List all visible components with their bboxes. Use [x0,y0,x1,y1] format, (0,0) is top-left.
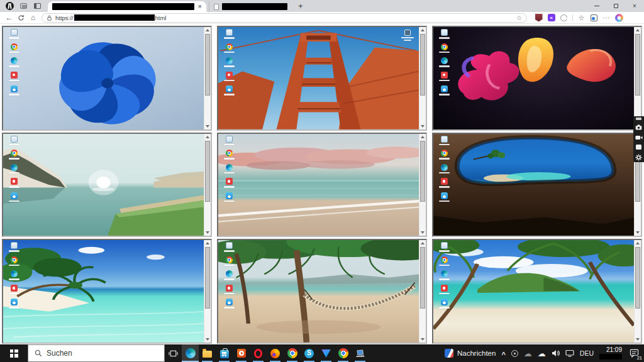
chrome-icon[interactable] [221,256,237,266]
tray-app-icon[interactable] [511,350,518,357]
workspaces-button[interactable] [18,1,29,11]
recycle-bin-icon[interactable] [221,242,237,252]
blue-cloud-app-icon[interactable] [221,85,237,96]
copilot-button[interactable] [615,14,623,22]
new-tab-button[interactable]: + [298,1,303,11]
recycle-bin-icon[interactable] [6,136,22,146]
tab-1-active[interactable]: × [48,1,206,12]
refresh-button[interactable] [15,13,27,23]
edge-icon[interactable] [436,57,452,67]
close-tab-icon[interactable]: × [198,3,202,10]
red-media-app-icon[interactable] [6,285,22,295]
scroll-down-icon[interactable] [204,336,211,343]
chrome-icon[interactable] [6,43,22,53]
browser-menu-button[interactable]: ··· [602,14,611,22]
start-button[interactable] [0,344,28,362]
close-window-button[interactable]: × [625,0,644,12]
scrollbar-thumb[interactable] [420,247,425,309]
scroll-up-icon[interactable] [635,240,641,246]
blue-cloud-app-icon[interactable] [6,85,22,96]
remote-desktop-cell-2[interactable] [217,26,427,131]
adblock-extension-button[interactable] [535,14,543,22]
scrollbar[interactable] [204,134,211,236]
scrollbar[interactable] [419,134,426,236]
sidebar-button[interactable] [590,14,598,22]
taskbar-app-chrome[interactable] [284,344,301,362]
onedrive-icon[interactable]: ☁ [538,349,546,358]
red-media-app-icon[interactable] [221,285,237,295]
scrollbar[interactable] [419,240,426,343]
back-button[interactable]: ← [3,13,15,23]
news-and-interests[interactable]: Nachrichten [445,349,496,358]
keyboard-language[interactable]: DEU [580,349,594,357]
taskbar-app-file-explorer[interactable] [199,344,216,362]
taskbar-app-laptop[interactable] [352,344,369,362]
scroll-up-icon[interactable] [419,134,426,140]
gear-icon[interactable] [635,154,642,161]
chrome-icon[interactable] [436,43,452,53]
recycle-bin-icon[interactable] [221,29,237,39]
scroll-down-icon[interactable] [635,336,641,343]
scrollbar-thumb[interactable] [635,247,640,309]
remote-desktop-cell-5[interactable] [217,133,427,238]
tray-overflow-chevron[interactable]: ^ [501,351,505,358]
display-connect-icon[interactable] [565,349,574,357]
edge-icon[interactable] [221,164,237,174]
tab-2[interactable] [209,1,292,12]
chrome-icon[interactable] [6,150,22,160]
scrollbar-thumb[interactable] [205,141,210,202]
red-media-app-icon[interactable] [221,72,237,82]
blue-cloud-app-icon[interactable] [436,192,452,202]
scroll-up-icon[interactable] [204,134,211,140]
scrollbar[interactable] [419,27,426,129]
blue-cloud-app-icon[interactable] [221,299,237,309]
recycle-bin-icon[interactable] [436,136,452,146]
edge-icon[interactable] [6,57,22,67]
scrollbar[interactable] [634,27,641,129]
taskbar-app-triangle[interactable] [318,344,335,362]
browser-logo[interactable] [4,1,15,11]
taskbar-app-skype[interactable]: S [301,344,318,362]
recycle-bin-icon[interactable] [436,29,452,39]
scrollbar-thumb[interactable] [635,34,640,96]
chrome-icon[interactable] [221,43,237,53]
remote-desktop-cell-1[interactable] [2,26,212,131]
address-bar[interactable]: https:// html ☆ [42,13,527,23]
scroll-down-icon[interactable] [635,229,641,236]
task-view-button[interactable] [165,344,182,362]
scrollbar[interactable] [634,240,641,343]
taskbar-app-chrome-2[interactable] [335,344,352,362]
scroll-up-icon[interactable] [419,240,426,246]
scrollbar-thumb[interactable] [420,34,425,96]
scrollbar[interactable] [204,240,211,343]
taskbar-clock[interactable]: 21:09 [599,347,622,359]
volume-icon[interactable] [552,349,560,357]
red-media-app-icon[interactable] [6,72,22,82]
blue-cloud-app-icon[interactable] [436,85,452,96]
edge-icon[interactable] [436,270,452,280]
chrome-icon[interactable] [6,256,22,266]
edge-icon[interactable] [221,57,237,67]
taskbar-app-media-player[interactable] [233,344,250,362]
recycle-bin-icon[interactable] [6,242,22,252]
maximize-button[interactable] [606,0,625,12]
scroll-up-icon[interactable] [204,27,211,33]
red-media-app-icon[interactable] [436,178,452,188]
scroll-down-icon[interactable] [419,123,426,129]
vertical-tabs-button[interactable] [31,1,43,11]
gray-extension-button[interactable] [560,14,568,22]
record-frame-icon[interactable] [636,145,641,150]
remote-desktop-cell-7[interactable] [2,239,212,344]
taskbar-app-store[interactable] [216,344,233,362]
edge-icon[interactable] [6,270,22,280]
recycle-bin-icon[interactable] [221,136,237,146]
edge-icon[interactable] [6,164,22,174]
blue-cloud-app-icon[interactable] [221,192,237,202]
recycle-bin-icon[interactable] [6,29,22,39]
scroll-up-icon[interactable] [419,27,426,33]
chrome-icon[interactable] [436,150,452,160]
chrome-icon[interactable] [436,256,452,266]
red-media-app-icon[interactable] [6,178,22,188]
chrome-icon[interactable] [221,150,237,160]
scrollbar-thumb[interactable] [205,247,210,309]
